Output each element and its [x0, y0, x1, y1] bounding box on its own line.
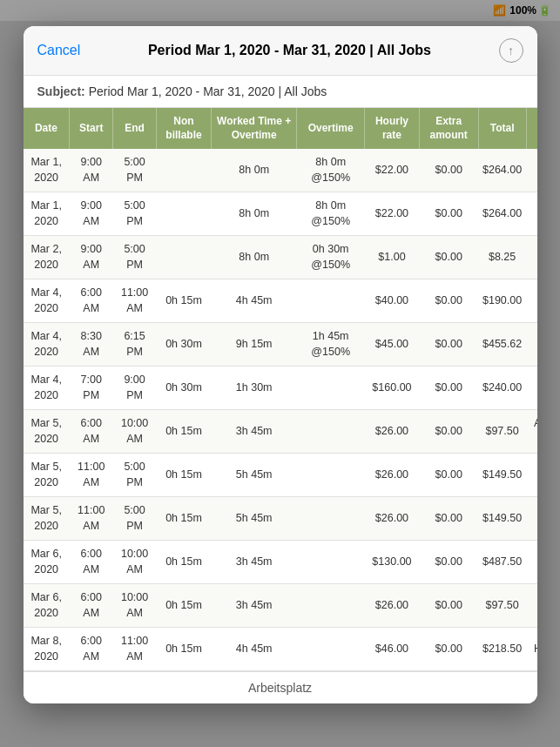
table-cell: $97.50	[478, 584, 526, 628]
table-cell: 5:00 PM	[113, 192, 157, 236]
table-cell: 0h 30m	[157, 367, 212, 410]
table-cell: Mar 2, 2020	[24, 236, 70, 279]
table-cell: 0h 15m	[157, 410, 212, 454]
table-cell: 8h 0m @150%	[297, 149, 365, 192]
table-row: Mar 4, 20208:30 AM6:15 PM0h 30m9h 15m1h …	[24, 323, 537, 367]
subject-row: Subject: Period Mar 1, 2020 - Mar 31, 20…	[24, 76, 537, 108]
table-row: Mar 5, 20206:00 AM10:00 AM0h 15m3h 45m$2…	[24, 410, 537, 454]
col-start: Start	[70, 108, 113, 149]
bottom-label: Arbeitsplatz	[248, 681, 312, 695]
share-icon: ↑	[508, 44, 514, 57]
table-cell: Mar 1, 2020	[24, 192, 70, 236]
table-cell	[297, 367, 365, 410]
table-cell: 8h 0m @150%	[297, 192, 365, 236]
table-cell: $45.00	[365, 323, 420, 367]
table-cell: $149.50	[478, 497, 526, 541]
table-cell: Day	[526, 236, 536, 279]
table-cell: 6:00 AM	[70, 584, 113, 628]
table-cell: Mar 5, 2020	[24, 410, 70, 454]
table-cell: $0.00	[419, 367, 478, 410]
table-cell: 5:00 PM	[113, 149, 157, 192]
table-cell: $1.00	[365, 236, 420, 279]
table-cell: 5:00 PM	[113, 497, 157, 541]
table-cell: 0h 15m	[157, 628, 212, 671]
table-cell: $8.25	[478, 236, 526, 279]
subject-label: Subject:	[37, 84, 85, 98]
table-cell: Mar 5, 2020	[24, 454, 70, 497]
table-cell	[157, 192, 212, 236]
table-cell: Hilfe He	[526, 628, 536, 671]
col-extra-amount: Extra amount	[419, 108, 478, 149]
table-cell: $0.00	[419, 628, 478, 671]
table-cell: 0h 30m @150%	[297, 236, 365, 279]
table-cell: 4h 45m	[212, 628, 297, 671]
table-cell: 3h 45m	[212, 541, 297, 584]
share-button[interactable]: ↑	[499, 38, 523, 63]
table-cell: 11:00 AM	[113, 628, 157, 671]
table-cell: 11:00 AM	[113, 279, 157, 323]
table-cell: 6:00 AM	[70, 279, 113, 323]
table-cell: 0h 15m	[157, 541, 212, 584]
table-cell: $0.00	[419, 410, 478, 454]
table-cell: 9:00 PM	[113, 367, 157, 410]
table-row: Mar 4, 20206:00 AM11:00 AM0h 15m4h 45m$4…	[24, 279, 537, 323]
table-cell: Mar 4, 2020	[24, 279, 70, 323]
table-cell: Mar 4, 2020	[24, 367, 70, 410]
table-cell: $218.50	[478, 628, 526, 671]
table-cell: 9h 15m	[212, 323, 297, 367]
table-row: Mar 2, 20209:00 AM5:00 PM8h 0m0h 30m @15…	[24, 236, 537, 279]
table-cell: 10:00 AM	[113, 584, 157, 628]
table-cell: $487.50	[478, 541, 526, 584]
table-cell: Day	[526, 149, 536, 192]
table-cell: $97.50	[478, 410, 526, 454]
table-cell	[526, 584, 536, 628]
table-cell: $0.00	[419, 497, 478, 541]
table-cell: $455.62	[478, 323, 526, 367]
modal-title: Period Mar 1, 2020 - Mar 31, 2020 | All …	[80, 43, 498, 58]
table-cell: 4h 45m	[212, 279, 297, 323]
table-cell: 1h 30m	[212, 367, 297, 410]
table-cell: 5h 45m	[212, 454, 297, 497]
table-cell: Day	[526, 192, 536, 236]
table-cell	[297, 497, 365, 541]
table-cell: 10:00 AM	[113, 410, 157, 454]
col-job: Jo	[526, 108, 536, 149]
table-container[interactable]: Date Start End Non billable Worked Time …	[24, 108, 537, 671]
table-cell: 6:15 PM	[113, 323, 157, 367]
table-cell	[297, 410, 365, 454]
table-cell: $26.00	[365, 584, 420, 628]
table-cell: 9:00 AM	[70, 149, 113, 192]
table-cell: Mar 1, 2020	[24, 149, 70, 192]
table-row: Mar 5, 202011:00 AM5:00 PM0h 15m5h 45m$2…	[24, 497, 537, 541]
cancel-button[interactable]: Cancel	[37, 43, 81, 58]
subject-value: Period Mar 1, 2020 - Mar 31, 2020 | All …	[89, 84, 327, 98]
modal-overlay: Cancel Period Mar 1, 2020 - Mar 31, 2020…	[0, 0, 560, 747]
col-hourly-rate: Hourly rate	[365, 108, 420, 149]
data-table: Date Start End Non billable Worked Time …	[24, 108, 537, 671]
table-cell: 5:00 PM	[113, 236, 157, 279]
table-cell: $26.00	[365, 454, 420, 497]
table-cell	[157, 149, 212, 192]
table-cell: $0.00	[419, 454, 478, 497]
table-cell: 10:00 AM	[113, 541, 157, 584]
table-row: Mar 4, 20207:00 PM9:00 PM0h 30m1h 30m$16…	[24, 367, 537, 410]
table-cell: 0h 15m	[157, 584, 212, 628]
table-cell: 6:00 AM	[70, 541, 113, 584]
table-cell: Mar 6, 2020	[24, 584, 70, 628]
table-cell: $0.00	[419, 584, 478, 628]
table-cell: 0h 15m	[157, 454, 212, 497]
table-cell: 11:00 AM	[70, 497, 113, 541]
table-cell: Mar 4, 2020	[24, 323, 70, 367]
table-cell: 7:00 PM	[70, 367, 113, 410]
col-date: Date	[24, 108, 70, 149]
table-cell	[297, 454, 365, 497]
table-cell	[297, 628, 365, 671]
table-cell: $240.00	[478, 367, 526, 410]
table-cell: Mar 5, 2020	[24, 497, 70, 541]
table-cell	[297, 279, 365, 323]
table-cell: Mar 8, 2020	[24, 628, 70, 671]
table-cell: Greg's	[526, 454, 536, 497]
table-cell: 3h 45m	[212, 410, 297, 454]
table-cell: 11:00 AM	[70, 454, 113, 497]
table-cell: Group	[526, 279, 536, 323]
